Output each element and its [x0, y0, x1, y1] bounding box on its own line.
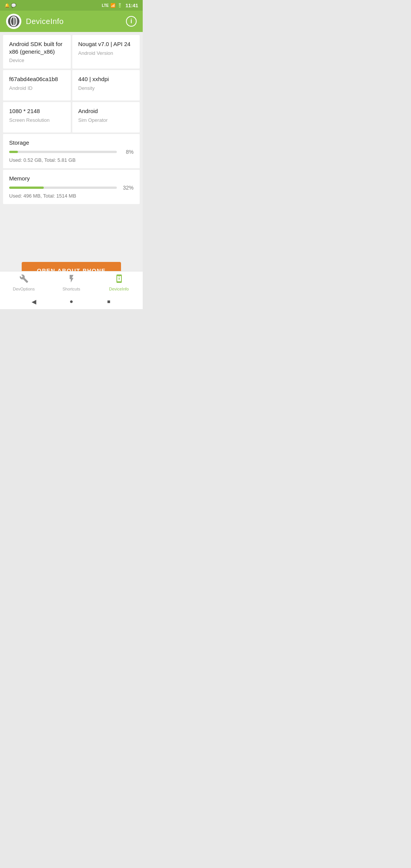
- storage-percent: 8%: [120, 149, 134, 155]
- screen-resolution-label: Screen Resolution: [9, 117, 65, 123]
- status-bar: 🔔 💬 LTE 📶 🔋 11:41: [0, 0, 143, 11]
- shortcuts-label: Shortcuts: [62, 287, 80, 291]
- memory-progress-row: 32%: [9, 185, 134, 191]
- time: 11:41: [126, 3, 138, 8]
- main-content: Android SDK built for x86 (generic_x86) …: [0, 32, 143, 271]
- logo-icon: [8, 15, 20, 27]
- memory-title: Memory: [9, 175, 134, 182]
- home-button[interactable]: ●: [67, 298, 75, 305]
- shortcuts-icon: [67, 274, 76, 286]
- storage-progress-bg: [9, 151, 117, 153]
- app-title: DeviceInfo: [26, 17, 64, 26]
- android-id-card: f67abd4ea06ca1b8 Android ID: [3, 70, 71, 101]
- storage-title: Storage: [9, 139, 134, 146]
- device-value: Android SDK built for x86 (generic_x86): [9, 40, 65, 55]
- android-nav-bar: ◀ ● ■: [0, 294, 143, 309]
- app-bar-left: DeviceInfo: [6, 14, 64, 29]
- app-logo: [6, 14, 21, 29]
- recents-button[interactable]: ■: [105, 298, 113, 305]
- sim-operator-label: Sim Operator: [78, 117, 134, 123]
- storage-progress-fill: [9, 151, 18, 153]
- storage-progress-row: 8%: [9, 149, 134, 155]
- screen-resolution-value: 1080 * 2148: [9, 107, 65, 115]
- memory-card: Memory 32% Used: 496 MB, Total: 1514 MB: [3, 170, 140, 204]
- sim-operator-value: Android: [78, 107, 134, 115]
- storage-card: Storage 8% Used: 0.52 GB, Total: 5.81 GB: [3, 134, 140, 168]
- density-label: Density: [78, 85, 134, 91]
- bottom-nav: DevOptions Shortcuts DeviceInfo: [0, 271, 143, 294]
- memory-progress-fill: [9, 187, 44, 189]
- memory-percent: 32%: [120, 185, 134, 191]
- info-grid: Android SDK built for x86 (generic_x86) …: [0, 32, 143, 207]
- android-version-card: Nougat v7.0 | API 24 Android Version: [72, 35, 140, 69]
- signal-icon: 📶: [110, 3, 116, 8]
- nav-item-shortcuts[interactable]: Shortcuts: [48, 274, 95, 291]
- status-bar-right: LTE 📶 🔋 11:41: [102, 3, 138, 8]
- storage-detail: Used: 0.52 GB, Total: 5.81 GB: [9, 157, 134, 163]
- open-about-button[interactable]: OPEN ABOUT PHONE: [22, 262, 121, 271]
- lte-icon: LTE: [102, 3, 109, 8]
- memory-progress-bg: [9, 187, 117, 189]
- android-version-label: Android Version: [78, 50, 134, 56]
- android-id-label: Android ID: [9, 85, 65, 91]
- density-card: 440 | xxhdpi Density: [72, 70, 140, 101]
- device-card: Android SDK built for x86 (generic_x86) …: [3, 35, 71, 69]
- nav-item-deviceinfo[interactable]: DeviceInfo: [95, 274, 143, 291]
- button-area: OPEN ABOUT PHONE: [0, 207, 143, 271]
- status-bar-left: 🔔 💬: [5, 3, 16, 8]
- android-version-value: Nougat v7.0 | API 24: [78, 40, 134, 48]
- battery-icon: 🔋: [117, 3, 123, 8]
- memory-detail: Used: 496 MB, Total: 1514 MB: [9, 193, 134, 199]
- deviceinfo-icon: [115, 274, 124, 286]
- deviceinfo-label: DeviceInfo: [109, 287, 129, 291]
- info-button[interactable]: i: [126, 16, 137, 27]
- android-id-value: f67abd4ea06ca1b8: [9, 75, 65, 83]
- density-value: 440 | xxhdpi: [78, 75, 134, 83]
- notification-icons: 🔔 💬: [5, 3, 16, 8]
- screen-resolution-card: 1080 * 2148 Screen Resolution: [3, 102, 71, 132]
- device-label: Device: [9, 57, 65, 63]
- back-button[interactable]: ◀: [30, 298, 38, 305]
- devoptions-label: DevOptions: [13, 287, 35, 291]
- sim-operator-card: Android Sim Operator: [72, 102, 140, 132]
- nav-item-devoptions[interactable]: DevOptions: [0, 274, 48, 291]
- app-bar: DeviceInfo i: [0, 11, 143, 32]
- devoptions-icon: [19, 274, 29, 286]
